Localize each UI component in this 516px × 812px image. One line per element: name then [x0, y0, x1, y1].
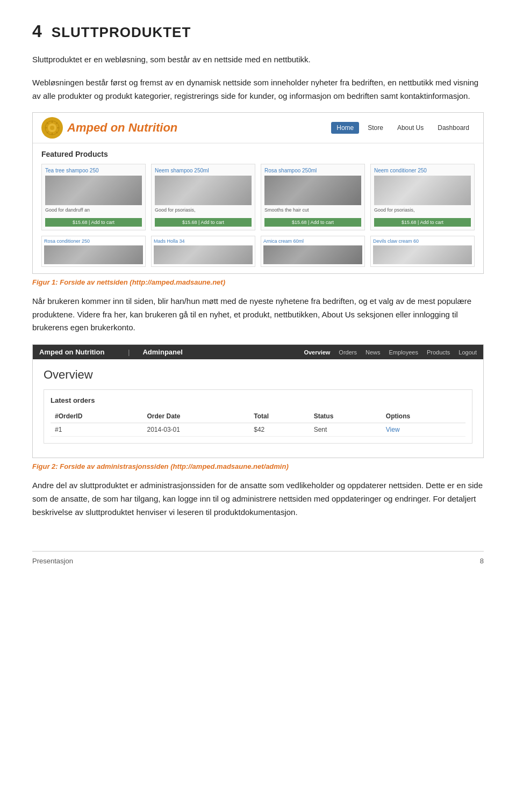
product-name-mini-2: Mads Holla 34	[154, 238, 253, 244]
product-image-mini-3	[263, 245, 362, 264]
admin-page-title: Overview	[44, 368, 472, 382]
featured-products-title: Featured Products	[41, 150, 475, 158]
product-card-2: Neem shampoo 250ml Good for psoriasis, $…	[151, 164, 255, 230]
product-card-4: Neem conditioner 250 Good for psoriasis,…	[370, 164, 475, 230]
paragraph-2: Webløsningen består først og fremst av e…	[32, 76, 484, 103]
admin-navbar: Amped on Nutrition | Adminpanel Overview…	[33, 345, 483, 359]
product-desc-4: Good for psoriasis,	[374, 207, 471, 214]
admin-nav-orders[interactable]: Orders	[339, 349, 357, 356]
cell-status: Sent	[310, 423, 382, 437]
figure-2-caption: Figur 2: Forside av administrasjonssiden…	[32, 462, 484, 470]
website-logo: Amped on Nutrition	[41, 117, 177, 139]
page-footer: Presentasjon 8	[32, 551, 484, 565]
website-mockup: Amped on Nutrition Home Store About Us D…	[32, 112, 484, 274]
product-name-3: Rosa shampoo 250ml	[264, 168, 361, 173]
product-name-mini-1: Rosa conditioner 250	[44, 238, 143, 244]
admin-nav-logout[interactable]: Logout	[458, 349, 477, 356]
footer-page-number: 8	[480, 557, 484, 565]
admin-latest-orders-card: Latest orders #OrderID Order Date Total …	[44, 389, 472, 444]
product-add-cart-4[interactable]: $15.68 | Add to cart	[374, 218, 471, 227]
col-options: Options	[382, 410, 465, 423]
product-image-2	[155, 176, 252, 205]
table-header-row: #OrderID Order Date Total Status Options	[51, 410, 465, 423]
product-image-4	[374, 176, 471, 205]
product-add-cart-3[interactable]: $15.68 | Add to cart	[264, 218, 361, 227]
product-desc-3: Smooths the hair cut	[264, 207, 361, 214]
admin-nav-links: Overview Orders News Employees Products …	[304, 349, 477, 356]
admin-nav-overview[interactable]: Overview	[304, 349, 330, 356]
product-desc-2: Good for psoriasis,	[155, 207, 252, 214]
col-order-date: Order Date	[143, 410, 250, 423]
admin-content: Overview Latest orders #OrderID Order Da…	[33, 359, 483, 458]
chapter-heading: 4 SLUTTPRODUKTET	[32, 21, 484, 41]
admin-mockup: Amped on Nutrition | Adminpanel Overview…	[32, 344, 484, 458]
nav-store[interactable]: Store	[362, 122, 389, 134]
product-image-mini-1	[44, 245, 143, 264]
product-name-2: Neem shampoo 250ml	[155, 168, 252, 173]
paragraph-3: Når brukeren kommer inn til siden, blir …	[32, 295, 484, 335]
col-order-id: #OrderID	[51, 410, 143, 423]
footer-left: Presentasjon	[32, 557, 73, 565]
paragraph-4: Andre del av sluttproduktet er administr…	[32, 479, 484, 519]
product-image-mini-4	[373, 245, 472, 264]
admin-nav-employees[interactable]: Employees	[389, 349, 418, 356]
product-name-mini-4: Devils claw cream 60	[373, 238, 472, 244]
product-card-mini-4: Devils claw cream 60	[370, 236, 475, 267]
product-add-cart-2[interactable]: $15.68 | Add to cart	[155, 218, 252, 227]
products-grid-row2: Rosa conditioner 250 Mads Holla 34 Arnic…	[41, 236, 475, 267]
logo-icon	[41, 117, 63, 139]
product-desc-1: Good for dandruff an	[45, 207, 142, 214]
product-image-mini-2	[154, 245, 253, 264]
cell-view-link[interactable]: View	[382, 423, 465, 437]
cell-order-id: #1	[51, 423, 143, 437]
paragraph-1: Sluttproduktet er en webløsning, som bes…	[32, 53, 484, 67]
product-image-3	[264, 176, 361, 205]
table-row: #1 2014-03-01 $42 Sent View	[51, 423, 465, 437]
product-name-4: Neem conditioner 250	[374, 168, 471, 173]
admin-brand-name: Amped on Nutrition	[39, 348, 104, 356]
product-card-3: Rosa shampoo 250ml Smooths the hair cut …	[261, 164, 365, 230]
admin-brand-panel: Adminpanel	[142, 348, 182, 356]
cell-total: $42	[249, 423, 309, 437]
product-image-1	[45, 176, 142, 205]
admin-card-title: Latest orders	[51, 396, 465, 404]
cell-order-date: 2014-03-01	[143, 423, 250, 437]
product-card-mini-1: Rosa conditioner 250	[41, 236, 146, 267]
product-add-cart-1[interactable]: $15.68 | Add to cart	[45, 218, 142, 227]
products-grid-row1: Tea tree shampoo 250 Good for dandruff a…	[41, 164, 475, 230]
svg-point-2	[50, 126, 54, 130]
website-navbar: Amped on Nutrition Home Store About Us D…	[33, 113, 483, 143]
col-total: Total	[249, 410, 309, 423]
featured-products-section: Featured Products Tea tree shampoo 250 G…	[33, 143, 483, 273]
chapter-number: 4	[32, 21, 42, 41]
product-card-mini-2: Mads Holla 34	[151, 236, 255, 267]
website-logo-text: Amped on Nutrition	[67, 121, 177, 135]
website-nav-links: Home Store About Us Dashboard	[331, 122, 475, 134]
col-status: Status	[310, 410, 382, 423]
nav-about-us[interactable]: About Us	[392, 122, 429, 134]
admin-nav-news[interactable]: News	[366, 349, 381, 356]
nav-dashboard[interactable]: Dashboard	[432, 122, 475, 134]
figure-1-caption: Figur 1: Forside av nettsiden (http://am…	[32, 278, 484, 286]
product-card-1: Tea tree shampoo 250 Good for dandruff a…	[41, 164, 146, 230]
chapter-title: SLUTTPRODUKTET	[52, 24, 191, 41]
product-name-mini-3: Arnica cream 60ml	[263, 238, 362, 244]
admin-orders-table: #OrderID Order Date Total Status Options…	[51, 410, 465, 437]
admin-separator: |	[128, 349, 130, 356]
nav-home[interactable]: Home	[331, 122, 359, 134]
admin-nav-products[interactable]: Products	[427, 349, 450, 356]
product-name-1: Tea tree shampoo 250	[45, 168, 142, 173]
product-card-mini-3: Arnica cream 60ml	[261, 236, 365, 267]
